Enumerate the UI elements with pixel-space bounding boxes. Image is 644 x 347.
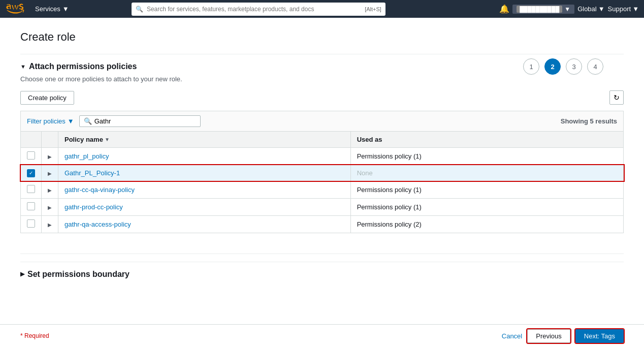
expand-arrow-icon-1[interactable]: ▶ [48, 154, 52, 160]
previous-button[interactable]: Previous [527, 329, 570, 343]
expand-arrow-icon-2[interactable]: ▶ [48, 171, 52, 176]
main-content: Create role 1 2 3 4 ▼ Attach permissions… [0, 18, 644, 347]
policies-tbody: ▶ gathr_pl_policy Permissions policy (1)… [21, 148, 624, 233]
attach-permissions-title: Attach permissions policies [29, 62, 137, 71]
filter-search-input[interactable] [94, 117, 196, 125]
used-as-cell-2: None [350, 165, 623, 181]
next-button[interactable]: Next: Tags [575, 329, 624, 343]
services-chevron-icon: ▼ [62, 5, 69, 13]
expand-arrow-icon-3[interactable]: ▶ [48, 187, 52, 193]
step-1[interactable]: 1 [523, 58, 539, 75]
header-area: Create role 1 2 3 4 [20, 30, 624, 44]
policy-name-sort[interactable]: Policy name ▼ [65, 136, 110, 143]
used-as-cell-5: Permissions policy (2) [350, 215, 623, 233]
checkbox-cell-1 [21, 148, 42, 165]
policy-link-1[interactable]: gathr_pl_policy [65, 152, 109, 160]
region-chevron-icon: ▼ [598, 5, 605, 13]
boundary-collapse-icon[interactable]: ▶ [20, 271, 24, 277]
results-count: Showing 5 results [561, 117, 617, 125]
policy-checkbox-2[interactable]: ✓ [27, 169, 35, 177]
filter-bar: Filter policies ▼ 🔍 Showing 5 results [20, 111, 624, 131]
header-expand-cell [42, 132, 58, 148]
policy-checkbox-1[interactable] [27, 151, 35, 160]
support-menu[interactable]: Support ▼ [608, 5, 639, 13]
table-row: ▶ gathr-qa-access-policy Permissions pol… [21, 215, 624, 233]
used-as-value-4: Permissions policy (1) [357, 203, 422, 211]
region-label: Global [577, 5, 597, 13]
filter-policies-label: Filter policies [27, 117, 66, 125]
collapse-arrow-icon[interactable]: ▼ [20, 64, 26, 70]
policy-name-cell-5: gathr-qa-access-policy [58, 215, 351, 233]
account-chevron-icon: ▼ [564, 6, 570, 13]
used-as-cell-4: Permissions policy (1) [350, 198, 623, 215]
used-as-label: Used as [357, 136, 382, 143]
policies-table: Policy name ▼ Used as ▶ gathr_pl_ [20, 131, 624, 233]
support-chevron-icon: ▼ [632, 5, 639, 13]
used-as-value-5: Permissions policy (2) [357, 220, 422, 228]
page-title: Create role [20, 30, 624, 44]
aws-logo[interactable] [5, 3, 24, 15]
required-label: * Required [20, 332, 49, 339]
policy-link-5[interactable]: gathr-qa-access-policy [65, 220, 131, 228]
step-indicators: 1 2 3 4 [523, 58, 603, 75]
checkbox-cell-4 [21, 198, 42, 215]
used-as-cell-1: Permissions policy (1) [350, 148, 623, 165]
table-header-row: Policy name ▼ Used as [21, 132, 624, 148]
cancel-button[interactable]: Cancel [502, 332, 522, 340]
search-input[interactable] [132, 3, 385, 16]
account-menu[interactable]: ██████████ ▼ [512, 5, 574, 14]
account-label: ██████████ [517, 6, 562, 13]
policy-link-3[interactable]: gathr-cc-qa-vinay-policy [65, 186, 135, 194]
policy-name-cell-1: gathr_pl_policy [58, 148, 351, 165]
sort-arrow-icon: ▼ [105, 137, 110, 142]
search-shortcut: [Alt+S] [365, 6, 381, 12]
used-as-cell-3: Permissions policy (1) [350, 181, 623, 198]
used-as-value-2: None [357, 169, 373, 177]
notifications-bell-icon[interactable]: 🔔 [499, 4, 509, 14]
expand-cell-3: ▶ [42, 181, 58, 198]
search-icon: 🔍 [136, 6, 143, 13]
policy-link-2[interactable]: Gathr_PL_Policy-1 [65, 169, 120, 177]
table-row: ▶ gathr-cc-qa-vinay-policy Permissions p… [21, 181, 624, 198]
filter-chevron-icon: ▼ [68, 117, 74, 125]
step-2[interactable]: 2 [544, 58, 561, 75]
top-navigation: Services ▼ 🔍 [Alt+S] 🔔 ██████████ ▼ Glob… [0, 0, 644, 18]
services-menu[interactable]: Services ▼ [32, 3, 72, 15]
policy-name-label: Policy name [65, 136, 103, 143]
table-row: ▶ gathr-prod-cc-policy Permissions polic… [21, 198, 624, 215]
policy-checkbox-4[interactable] [27, 202, 35, 210]
policy-name-cell-4: gathr-prod-cc-policy [58, 198, 351, 215]
expand-cell-1: ▶ [42, 148, 58, 165]
permissions-boundary-section: ▶ Set permissions boundary [20, 254, 624, 279]
checkbox-cell-2: ✓ [21, 165, 42, 181]
policy-checkbox-5[interactable] [27, 219, 35, 228]
step-4[interactable]: 4 [587, 58, 603, 75]
header-policy-name[interactable]: Policy name ▼ [58, 132, 351, 148]
expand-cell-5: ▶ [42, 215, 58, 233]
boundary-section-header: ▶ Set permissions boundary [20, 262, 624, 279]
step-3[interactable]: 3 [566, 58, 582, 75]
create-policy-button[interactable]: Create policy [20, 91, 74, 105]
refresh-button[interactable]: ↻ [609, 90, 624, 105]
filter-search-icon: 🔍 [84, 117, 92, 125]
expand-arrow-icon-4[interactable]: ▶ [48, 205, 52, 210]
table-row: ▶ gathr_pl_policy Permissions policy (1) [21, 148, 624, 165]
checkbox-cell-5 [21, 215, 42, 233]
policy-link-4[interactable]: gathr-prod-cc-policy [65, 203, 123, 211]
policy-name-cell-2: Gathr_PL_Policy-1 [58, 165, 351, 181]
region-menu[interactable]: Global ▼ [577, 5, 604, 13]
filter-policies-button[interactable]: Filter policies ▼ [27, 117, 74, 125]
expand-cell-4: ▶ [42, 198, 58, 215]
footer-actions: Cancel Previous Next: Tags [502, 329, 624, 343]
policy-checkbox-3[interactable] [27, 185, 35, 193]
expand-cell-2: ▶ [42, 165, 58, 181]
used-as-value-1: Permissions policy (1) [357, 152, 422, 160]
required-text-label: Required [24, 332, 49, 339]
boundary-title: Set permissions boundary [27, 270, 130, 279]
services-label: Services [35, 5, 60, 13]
global-search: 🔍 [Alt+S] [132, 3, 385, 16]
policy-name-cell-3: gathr-cc-qa-vinay-policy [58, 181, 351, 198]
header-used-as: Used as [350, 132, 623, 148]
expand-arrow-icon-5[interactable]: ▶ [48, 222, 52, 228]
attach-permissions-desc: Choose one or more policies to attach to… [20, 75, 624, 83]
